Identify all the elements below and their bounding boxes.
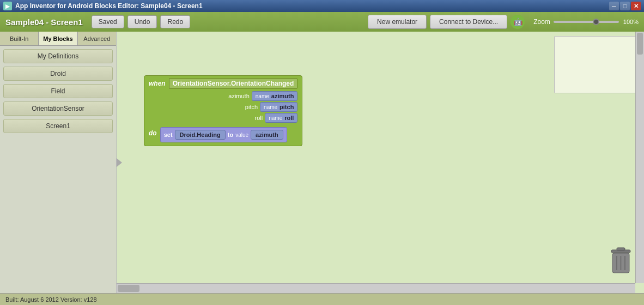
sidebar-item-orientation-sensor[interactable]: OrientationSensor <box>3 101 113 116</box>
horizontal-scrollbar[interactable] <box>117 283 635 293</box>
trash-icon[interactable] <box>609 247 633 277</box>
edge-indicator <box>117 158 122 167</box>
sidebar-item-field[interactable]: Field <box>3 84 113 98</box>
when-label: when <box>149 80 166 87</box>
name-label-roll: name <box>269 115 282 121</box>
param-label-roll: roll <box>246 115 263 121</box>
workspace[interactable]: when OrientationSensor.OrientationChange… <box>117 32 644 293</box>
undo-button[interactable]: Undo <box>127 15 157 28</box>
sidebar: Built-In My Blocks Advanced My Definitio… <box>0 32 117 293</box>
status-bar: Built: August 6 2012 Version: v128 <box>0 293 644 305</box>
name-block-roll: name roll <box>265 113 297 123</box>
name-block-pitch: name pitch <box>260 102 297 112</box>
zoom-value: 100% <box>623 19 639 25</box>
set-row: set Droid.Heading to value azimuth <box>164 130 283 140</box>
zoom-slider-container[interactable]: 100% <box>554 19 639 25</box>
name-value-azimuth: azimuth <box>271 93 294 99</box>
block-container: when OrientationSensor.OrientationChange… <box>144 75 302 146</box>
sidebar-item-my-definitions[interactable]: My Definitions <box>3 49 113 63</box>
redo-button[interactable]: Redo <box>160 15 190 28</box>
app-icon: ▶ <box>3 2 12 10</box>
new-emulator-button[interactable]: New emulator <box>368 15 427 29</box>
set-label: set <box>164 131 173 138</box>
app-title: Sample04 - Screen1 <box>5 17 83 27</box>
param-row-roll: roll name roll <box>149 113 297 123</box>
vertical-scroll-thumb[interactable] <box>637 33 643 55</box>
name-value-pitch: pitch <box>280 104 294 110</box>
status-text: Built: August 6 2012 Version: v128 <box>5 296 97 303</box>
event-block[interactable]: when OrientationSensor.OrientationChange… <box>144 75 302 146</box>
event-name: OrientationSensor.OrientationChanged <box>169 78 298 89</box>
sidebar-items: My Definitions Droid Field OrientationSe… <box>0 46 116 293</box>
main-layout: Built-In My Blocks Advanced My Definitio… <box>0 32 644 293</box>
name-label-azimuth: name <box>256 93 269 99</box>
trash-svg <box>609 247 633 277</box>
saved-button[interactable]: Saved <box>92 15 124 28</box>
do-section: do set Droid.Heading to value azimuth <box>144 125 302 146</box>
param-row-pitch: pitch name pitch <box>149 102 297 112</box>
sidebar-item-droid[interactable]: Droid <box>3 67 113 81</box>
minimize-button[interactable]: ─ <box>609 2 619 10</box>
zoom-thumb[interactable] <box>593 19 599 25</box>
horizontal-scroll-thumb[interactable] <box>118 285 139 292</box>
svg-rect-1 <box>617 248 625 250</box>
window-title: App Inventor for Android Blocks Editor: … <box>15 2 609 10</box>
params-section: azimuth name azimuth pitch name pitch <box>144 91 302 125</box>
name-block-azimuth: name azimuth <box>252 91 298 101</box>
close-button[interactable]: ✕ <box>631 2 641 10</box>
connect-device-button[interactable]: Connect to Device... <box>430 15 507 29</box>
event-header: when OrientationSensor.OrientationChange… <box>144 76 302 91</box>
minimap-inner <box>555 37 638 93</box>
zoom-label: Zoom <box>533 18 550 26</box>
zoom-track[interactable] <box>554 21 619 23</box>
param-label-pitch: pitch <box>241 104 258 110</box>
android-icon: 🤖 <box>511 15 525 29</box>
tab-built-in[interactable]: Built-In <box>0 32 39 45</box>
minimap <box>554 36 639 93</box>
set-block[interactable]: set Droid.Heading to value azimuth <box>160 127 287 142</box>
title-bar: ▶ App Inventor for Android Blocks Editor… <box>0 0 644 12</box>
tab-my-blocks[interactable]: My Blocks <box>39 32 77 45</box>
sidebar-item-screen1[interactable]: Screen1 <box>3 119 113 133</box>
name-value-roll: roll <box>284 115 294 121</box>
to-label: to <box>228 131 233 138</box>
value-label: value <box>235 132 248 138</box>
tab-bar: Built-In My Blocks Advanced <box>0 32 116 46</box>
value-block: azimuth <box>251 130 283 140</box>
param-row-azimuth: azimuth name azimuth <box>149 91 297 101</box>
target-block: Droid.Heading <box>175 130 226 140</box>
do-label: do <box>149 127 157 137</box>
tab-advanced[interactable]: Advanced <box>78 32 116 45</box>
window-controls: ─ □ ✕ <box>609 2 641 10</box>
vertical-scrollbar[interactable] <box>635 32 644 283</box>
toolbar: Sample04 - Screen1 Saved Undo Redo New e… <box>0 12 644 32</box>
param-label-azimuth: azimuth <box>228 93 250 99</box>
name-label-pitch: name <box>264 104 277 110</box>
maximize-button[interactable]: □ <box>620 2 630 10</box>
